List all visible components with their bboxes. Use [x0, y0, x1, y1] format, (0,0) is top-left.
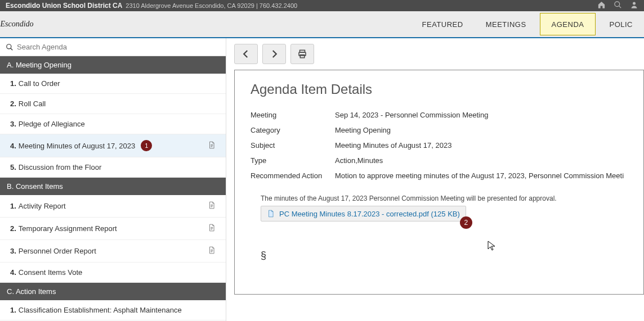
attachment-link[interactable]: PC Meeting Minutes 8.17.2023 - corrected…: [261, 206, 466, 221]
file-icon: [267, 209, 275, 218]
item-label: Meeting Minutes of August 17, 2023: [19, 142, 135, 150]
item-number: 4.: [10, 268, 16, 277]
tab-meetings[interactable]: MEETINGS: [475, 11, 538, 37]
tab-policies[interactable]: POLIC: [598, 11, 644, 37]
svg-line-4: [11, 48, 13, 50]
attachment-badge: 2: [460, 216, 472, 229]
search-row: [0, 38, 226, 56]
search-icon: [6, 43, 14, 51]
agenda-sidebar: A. Meeting Opening1.Call to Order2.Roll …: [0, 38, 226, 321]
field-category-label: Category: [251, 126, 335, 134]
item-label: Temporary Assignment Report: [19, 224, 117, 233]
document-icon: [208, 141, 216, 151]
agenda-item[interactable]: 1.Call to Order: [0, 74, 226, 94]
main-navbar: Escondido FEATURED MEETINGS AGENDA POLIC: [0, 11, 644, 38]
section-header[interactable]: B. Consent Items: [0, 178, 226, 195]
svg-line-1: [619, 6, 621, 8]
user-icon[interactable]: [630, 1, 638, 11]
main-panel: Agenda Item Details MeetingSep 14, 2023 …: [226, 38, 644, 321]
svg-point-0: [615, 2, 620, 7]
agenda-item[interactable]: 2.Roll Call: [0, 94, 226, 114]
svg-point-3: [7, 44, 11, 48]
item-number: 2.: [10, 100, 16, 108]
document-icon: [208, 223, 216, 234]
item-label: Call to Order: [19, 79, 60, 88]
search-icon[interactable]: [614, 1, 622, 11]
item-number: 4.: [10, 142, 16, 150]
item-number: 1.: [10, 79, 16, 88]
tab-featured[interactable]: FEATURED: [411, 11, 475, 37]
item-label: Discussion from the Floor: [19, 163, 101, 171]
item-number: 1.: [10, 202, 16, 210]
detail-toolbar: [234, 44, 644, 64]
org-address: 2310 Aldergrove Avenue Escondido, CA 920…: [126, 2, 297, 9]
item-number: 1.: [10, 306, 16, 314]
item-number: 2.: [10, 224, 16, 233]
field-meeting-value: Sep 14, 2023 - Personnel Commission Meet…: [335, 111, 628, 119]
agenda-item[interactable]: 1.Activity Report: [0, 195, 226, 218]
document-icon: [208, 201, 216, 211]
field-meeting-label: Meeting: [251, 111, 335, 119]
section-header[interactable]: C. Action Items: [0, 283, 226, 300]
item-label: Roll Call: [19, 100, 46, 108]
search-input[interactable]: [17, 43, 220, 51]
attachment-description: The minutes of the August 17, 2023 Perso…: [261, 195, 628, 202]
item-label: Consent Items Vote: [19, 268, 82, 277]
field-type-label: Type: [251, 156, 335, 165]
item-label: Activity Report: [19, 202, 66, 210]
detail-heading: Agenda Item Details: [251, 82, 628, 97]
svg-point-2: [633, 2, 636, 5]
home-icon[interactable]: [597, 1, 606, 11]
agenda-item[interactable]: 2.Temporary Assignment Report: [0, 218, 226, 240]
field-subject-value: Meeting Minutes of August 17, 2023: [335, 141, 628, 150]
item-number: 3.: [10, 247, 16, 255]
item-badge: 1: [141, 140, 152, 151]
top-org-bar: Escondido Union School District CA 2310 …: [0, 0, 644, 11]
agenda-item[interactable]: 5.Discussion from the Floor: [0, 157, 226, 178]
document-icon: [208, 246, 216, 256]
field-subject-label: Subject: [251, 141, 335, 150]
agenda-item[interactable]: 4.Consent Items Vote: [0, 263, 226, 283]
agenda-item-details: Agenda Item Details MeetingSep 14, 2023 …: [234, 70, 644, 295]
tab-agenda[interactable]: AGENDA: [540, 13, 596, 35]
district-logo[interactable]: Escondido: [0, 11, 34, 37]
print-button[interactable]: [290, 44, 314, 64]
field-category-value: Meeting Opening: [335, 126, 628, 134]
field-type-value: Action,Minutes: [335, 156, 628, 165]
item-label: Personnel Order Report: [19, 247, 96, 255]
item-label: Pledge of Allegiance: [19, 120, 85, 128]
agenda-item[interactable]: 3.Personnel Order Report: [0, 240, 226, 263]
item-number: 3.: [10, 120, 16, 128]
topbar-icons: [597, 1, 638, 11]
prev-button[interactable]: [234, 44, 258, 64]
next-button[interactable]: [262, 44, 286, 64]
section-header[interactable]: A. Meeting Opening: [0, 56, 226, 74]
org-name: Escondido Union School District CA: [6, 2, 122, 10]
agenda-item[interactable]: 1.Classification Establishment: Asphalt …: [0, 300, 226, 320]
item-number: 5.: [10, 163, 16, 171]
field-recommended-value: Motion to approve meeting minutes of the…: [335, 171, 628, 180]
field-recommended-label: Recommended Action: [251, 171, 335, 180]
section-symbol: §: [261, 250, 628, 261]
item-label: Classification Establishment: Asphalt Ma…: [19, 306, 182, 314]
agenda-item[interactable]: 4.Meeting Minutes of August 17, 20231: [0, 134, 226, 157]
agenda-item[interactable]: 3.Pledge of Allegiance: [0, 114, 226, 134]
attachment-filename: PC Meeting Minutes 8.17.2023 - corrected…: [279, 210, 460, 218]
